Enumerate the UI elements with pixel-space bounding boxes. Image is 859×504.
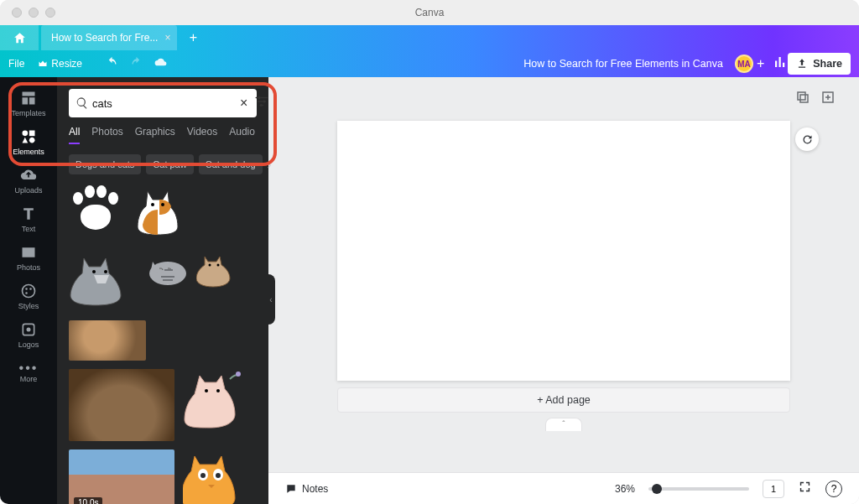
result-orange-cat-graphic[interactable]	[183, 449, 240, 504]
tab-all[interactable]: All	[69, 126, 80, 144]
duplicate-page-button[interactable]	[795, 90, 810, 108]
video-duration-badge: 10.0s	[74, 497, 102, 504]
share-button[interactable]: Share	[788, 53, 851, 75]
home-button[interactable]	[0, 25, 39, 50]
document-tab[interactable]: How to Search for Fre... ×	[41, 25, 177, 50]
chip-suggestion[interactable]: Cat paw	[146, 154, 193, 174]
resize-menu[interactable]: Resize	[38, 58, 82, 70]
clear-search-button[interactable]: ×	[237, 96, 251, 111]
rail-photos[interactable]: Photos	[0, 238, 57, 277]
bottom-bar: Notes 36% 1 ?	[268, 472, 859, 504]
app-toolbar: File Resize How to Search for Free Eleme…	[0, 50, 859, 77]
fullscreen-icon	[798, 480, 812, 494]
chip-suggestion[interactable]: Dogs and cats	[69, 154, 141, 174]
page-number[interactable]: 1	[763, 480, 784, 498]
search-filter-button[interactable]	[254, 94, 269, 112]
panel-tabs: All Photos Graphics Videos Audio	[57, 126, 268, 149]
rail-text-label: Text	[22, 225, 36, 233]
suggestion-chips: Dogs and cats Cat paw Cat and dog ›	[57, 149, 268, 183]
new-page-button[interactable]	[820, 90, 836, 108]
chip-suggestion[interactable]: Cat and dog	[199, 154, 263, 174]
redo-button[interactable]	[130, 56, 143, 71]
notes-button[interactable]: Notes	[285, 483, 328, 495]
rail-more[interactable]: ••• More	[0, 354, 57, 392]
zoom-slider-knob[interactable]	[652, 484, 662, 494]
canvas-wrap: + Add page ˆ	[268, 121, 859, 472]
tab-audio[interactable]: Audio	[229, 126, 255, 144]
app-window: Canva How to Search for Fre... × + File …	[0, 0, 859, 504]
rail-templates-label: Templates	[11, 109, 45, 117]
file-menu[interactable]: File	[8, 58, 24, 70]
rail-uploads[interactable]: Uploads	[0, 161, 57, 200]
result-tan-cat-graphic[interactable]	[196, 252, 240, 288]
rail-logos-label: Logos	[18, 340, 39, 349]
upload-icon	[796, 58, 808, 70]
add-collaborator-button[interactable]: +	[757, 56, 764, 71]
svg-point-0	[23, 130, 29, 136]
svg-point-23	[200, 473, 206, 478]
cloud-status[interactable]	[154, 56, 167, 71]
svg-point-7	[27, 327, 31, 331]
notes-label: Notes	[302, 483, 328, 495]
document-tab-label: How to Search for Fre...	[51, 32, 158, 44]
help-button[interactable]: ?	[825, 481, 842, 497]
svg-point-4	[29, 288, 32, 290]
refresh-icon	[801, 133, 814, 146]
svg-rect-31	[798, 92, 805, 100]
rail-uploads-label: Uploads	[14, 186, 42, 195]
panel-collapse-handle[interactable]: ‹	[267, 274, 275, 325]
svg-point-11	[151, 203, 154, 206]
tab-photos[interactable]: Photos	[91, 126, 122, 144]
svg-point-8	[258, 96, 261, 99]
fullscreen-button[interactable]	[798, 480, 812, 497]
result-basket-kittens-photo[interactable]	[69, 369, 174, 441]
rail-logos[interactable]: Logos	[0, 315, 57, 354]
window-title: Canva	[0, 7, 859, 18]
insights-button[interactable]	[773, 55, 788, 73]
result-paw-graphic[interactable]	[69, 183, 122, 235]
tab-videos[interactable]: Videos	[187, 126, 217, 144]
svg-point-5	[25, 292, 28, 294]
search-box[interactable]: ×	[69, 89, 257, 117]
uploads-icon	[20, 167, 37, 184]
rail-templates[interactable]: Templates	[0, 84, 57, 122]
result-kitten-photo[interactable]	[69, 320, 146, 361]
elements-icon	[20, 128, 37, 145]
tab-graphics[interactable]: Graphics	[135, 126, 175, 144]
document-tab-close[interactable]: ×	[164, 32, 170, 44]
svg-point-3	[25, 288, 28, 290]
canvas-page[interactable]	[337, 121, 790, 381]
results-grid: 10.0s	[57, 183, 268, 504]
filter-icon	[254, 94, 269, 109]
undo-icon	[106, 56, 118, 69]
canvas-drawer-toggle[interactable]: ˆ	[545, 418, 582, 431]
result-calico-cat-graphic[interactable]	[131, 183, 185, 243]
new-tab-button[interactable]: +	[180, 25, 206, 50]
add-page-button[interactable]: + Add page	[337, 387, 790, 413]
logos-icon	[20, 321, 37, 338]
crown-icon	[38, 59, 48, 69]
rail-elements[interactable]: Elements	[0, 122, 57, 161]
svg-point-16	[209, 264, 211, 267]
user-avatar[interactable]: MA	[735, 55, 753, 73]
result-gray-cat-graphic[interactable]	[69, 252, 134, 312]
new-page-icon	[820, 90, 836, 105]
share-label: Share	[813, 58, 842, 70]
zoom-slider[interactable]	[648, 487, 749, 491]
result-pink-cat-graphic[interactable]	[183, 369, 243, 434]
zoom-level[interactable]: 36%	[615, 483, 635, 495]
rail-elements-label: Elements	[13, 148, 44, 156]
text-icon	[20, 205, 37, 222]
refresh-button[interactable]	[795, 127, 819, 151]
document-title[interactable]: How to Search for Free Elements in Canva	[523, 58, 723, 70]
result-video[interactable]: 10.0s	[69, 449, 174, 504]
chips-scroll-right[interactable]: ›	[268, 158, 272, 171]
rail-text[interactable]: Text	[0, 200, 57, 238]
result-striped-cat-graphic[interactable]	[143, 252, 188, 287]
elements-panel: × All Photos Graphics Videos Audio Dogs …	[57, 77, 268, 504]
svg-point-19	[216, 389, 220, 392]
search-input[interactable]	[92, 97, 233, 110]
rail-styles[interactable]: Styles	[0, 277, 57, 315]
undo-button[interactable]	[106, 56, 118, 71]
svg-rect-32	[800, 95, 808, 102]
